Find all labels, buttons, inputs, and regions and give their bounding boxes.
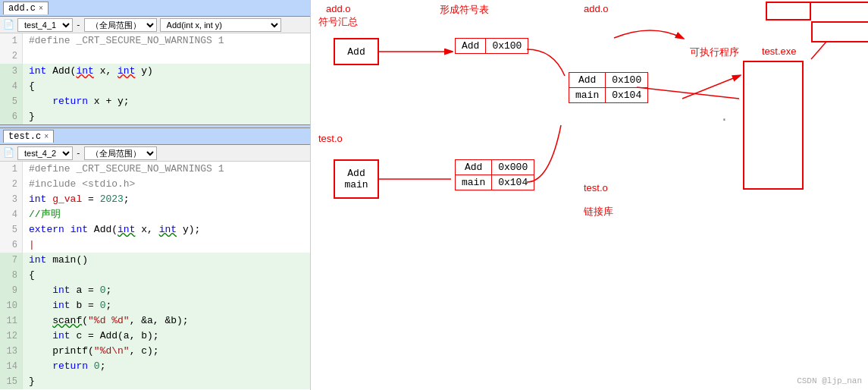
add-c-tab[interactable]: add.c × (3, 2, 49, 14)
add-c-line-3: 3 int Add(int x, int y) (0, 64, 310, 79)
svg-line-3 (811, 42, 826, 59)
executable-box (743, 61, 804, 190)
test-c-line-4: 4 //声明 (0, 207, 310, 222)
test-c-tab[interactable]: test.c × (3, 130, 54, 143)
add-c-toolbar: 📄 test_4_1 - （全局范围） Add(int x, int y) (0, 17, 310, 33)
test-c-line-12: 12 int c = Add(a, b); (0, 329, 310, 344)
add-c-line-1: 1 #define _CRT_SECURE_NO_WARNINGS 1 (0, 33, 310, 49)
add-c-line-2: 2 (0, 49, 310, 64)
test-c-line-9: 9 int a = 0; (0, 283, 310, 298)
add-c-fn-select[interactable]: Add(int x, int y) (160, 18, 281, 32)
test-c-line-8: 8 { (0, 268, 310, 283)
top-right-box1 (766, 2, 811, 20)
test-main-addr: 0x104 (492, 175, 534, 190)
table-row: Add 0x100 (569, 73, 648, 88)
add-main-line1: Add (347, 168, 365, 179)
test-c-tab-close[interactable]: × (44, 133, 49, 141)
test-c-editor: test.c × 📄 test_4_2 - （全局范围） 1 #define _… (0, 128, 310, 389)
toolbar-separator-2: - (76, 149, 81, 158)
add-box-left: Add (334, 38, 379, 65)
test-c-line-6: 6 | (0, 237, 310, 253)
test-c-tab-label: test.c (8, 131, 41, 142)
executable-label: 可执行程序 (690, 46, 739, 59)
test-add-name: Add (456, 160, 492, 175)
add-c-tab-bar: add.c × (0, 0, 310, 17)
test-c-line-2: 2 #include <stdio.h> (0, 177, 310, 192)
merged-add-addr: 0x100 (606, 73, 648, 88)
merged-add-name: Add (569, 73, 606, 88)
add-c-tab-close[interactable]: × (39, 5, 43, 13)
file-icon-2: 📄 (3, 147, 14, 159)
table-row: Add 0x000 (456, 160, 534, 175)
diagram-arrows (311, 0, 868, 390)
test-main-name: main (456, 175, 492, 190)
form-symbol-table-label: 形成符号表 (440, 3, 489, 17)
test-c-line-14: 14 return 0; (0, 359, 310, 374)
test-symbol-table: Add 0x000 main 0x104 (455, 159, 534, 190)
test-o-label-2: test.o (584, 182, 608, 193)
add-c-code-area: 1 #define _CRT_SECURE_NO_WARNINGS 1 2 3 … (0, 33, 310, 124)
test-o-label-1: test.o (318, 133, 343, 144)
add-sym-name: Add (456, 39, 486, 54)
left-panel: add.c × 📄 test_4_1 - （全局范围） Add(int x, i… (0, 0, 311, 390)
merged-main-addr: 0x104 (606, 88, 648, 103)
add-c-tab-label: add.c (8, 3, 36, 14)
test-add-addr: 0x000 (492, 160, 534, 175)
add-main-box: Add main (334, 159, 379, 199)
file-icon: 📄 (3, 19, 14, 30)
add-main-line2: main (344, 179, 368, 190)
test-c-line-13: 13 printf("%d\n", c); (0, 344, 310, 359)
add-o-label-2: add.o (584, 3, 609, 14)
add-c-scope-right[interactable]: （全局范围） (84, 18, 157, 32)
test-c-code-area: 1 #define _CRT_SECURE_NO_WARNINGS 1 2 #i… (0, 162, 310, 389)
test-c-line-3: 3 int g_val = 2023; (0, 192, 310, 207)
merged-symbol-table: Add 0x100 main 0x104 (569, 72, 648, 103)
top-right-box2 (811, 21, 868, 42)
add-box-left-text: Add (347, 46, 365, 58)
test-c-line-1: 1 #define _CRT_SECURE_NO_WARNINGS 1 (0, 162, 310, 177)
test-exe-label: test.exe (762, 46, 797, 57)
add-sym-addr: 0x100 (486, 39, 528, 54)
test-c-tab-bar: test.c × (0, 128, 310, 145)
test-c-toolbar: 📄 test_4_2 - （全局范围） (0, 145, 310, 162)
add-c-line-6: 6 } (0, 109, 310, 124)
test-c-line-10: 10 int b = 0; (0, 298, 310, 313)
test-c-line-7: 7 int main() (0, 253, 310, 268)
add-c-line-5: 5 return x + y; (0, 94, 310, 109)
right-panel: add.o 符号汇总 形成符号表 add.o 可执行程序 test.exe Ad… (311, 0, 868, 390)
test-c-scope-right[interactable]: （全局范围） (84, 146, 157, 160)
add-c-editor: add.c × 📄 test_4_1 - （全局范围） Add(int x, i… (0, 0, 310, 124)
table-row: main 0x104 (456, 175, 534, 190)
add-symbol-table: Add 0x100 (455, 38, 528, 54)
svg-line-1 (637, 87, 739, 99)
svg-line-4 (682, 76, 739, 99)
add-c-line-4: 4 { (0, 79, 310, 94)
csdn-watermark: CSDN @ljp_nan (797, 376, 862, 385)
test-c-scope-left[interactable]: test_4_2 (17, 146, 73, 160)
merged-main-name: main (569, 88, 606, 103)
add-c-scope-left[interactable]: test_4_1 (17, 18, 73, 32)
test-c-line-11: 11 scanf("%d %d", &a, &b); (0, 313, 310, 329)
link-lib-label: 链接库 (584, 205, 613, 219)
test-c-line-15: 15 } (0, 374, 310, 389)
add-o-label-1: add.o (326, 3, 351, 14)
table-row: main 0x104 (569, 88, 648, 103)
table-row: Add 0x100 (456, 39, 528, 54)
symbol-summary-label: 符号汇总 (318, 15, 358, 29)
dot-marker: · (720, 112, 729, 127)
toolbar-separator: - (76, 20, 81, 30)
test-c-line-5: 5 extern int Add(int x, int y); (0, 222, 310, 237)
